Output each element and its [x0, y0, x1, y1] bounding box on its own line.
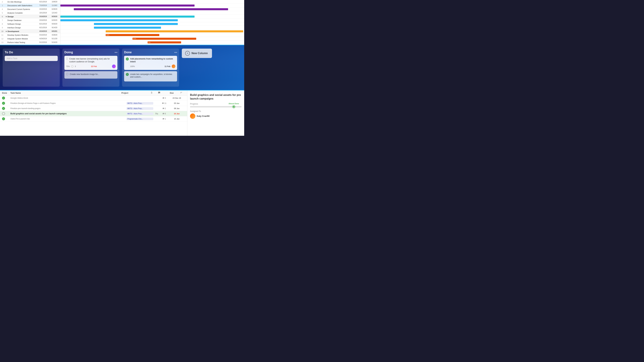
card1-progress: 75%	[66, 65, 70, 67]
kanban-section: To Do Add a Task Doing ••• Create new ba…	[0, 45, 244, 90]
new-column-button[interactable]: + New Column	[182, 49, 212, 58]
task-name-1: Finalize Design of Home Page + all Featu…	[10, 102, 126, 104]
gantt-bar-2	[74, 8, 228, 10]
gantt-bar-row-1	[60, 4, 244, 7]
card1-comment-icon	[71, 65, 74, 67]
task-rows: ✓ Google Slides Deck 3 24 Dec 18 ✓ Final…	[0, 95, 187, 121]
gantt-row-num: 4	[0, 8, 5, 10]
task-project-4: Programmatic-Cho...	[126, 118, 153, 120]
gantt-bar-row-0	[60, 0, 244, 4]
done-menu-icon[interactable]: •••	[174, 51, 177, 54]
detail-assigned-label: Assigned To	[190, 110, 242, 112]
gantt-row-end: 11/18/2	[49, 4, 60, 6]
task-due-4: 15 Jan	[168, 118, 185, 120]
card3-due: 11 Feb	[164, 65, 170, 67]
tasklist-main: Done Task Name Project Due ✓ Google Slid…	[0, 90, 187, 136]
task-comment-4: 1	[160, 118, 168, 120]
gantt-row-num: 8	[0, 23, 5, 25]
task-name-0: Google Slides Deck	[10, 97, 126, 99]
gantt-row-3: 5 Analysis Complete 10/1/2019 12/14/2	[0, 11, 60, 15]
kanban-col-done: Done ••• ✓ Add placements from remarketi…	[122, 49, 179, 87]
kanban-card-2[interactable]: Create new facebook image for...	[64, 71, 118, 79]
task-row-0[interactable]: ✓ Google Slides Deck 3 24 Dec 18	[0, 95, 187, 101]
th-filter[interactable]	[180, 91, 185, 94]
gantt-row-name: Design Database	[5, 19, 38, 21]
card1-progress-circle	[66, 57, 68, 60]
gantt-row-name: Discussions with Stakeholders	[5, 4, 38, 6]
gantt-row-start: 6/21/2019	[38, 1, 49, 3]
gantt-row-1: 3 Discussions with Stakeholders 7/10/201…	[0, 4, 60, 7]
task-check-2[interactable]: ✓	[2, 107, 5, 110]
gantt-row-start: 6/21/2019	[38, 23, 49, 25]
task-row-1[interactable]: ✓ Finalize Design of Home Page + all Fea…	[0, 101, 187, 106]
doing-menu-icon[interactable]: •••	[114, 51, 118, 54]
card2-title: Create new facebook image for...	[70, 73, 99, 76]
progress-dot	[232, 106, 235, 108]
kanban-col-doing-header: Doing	[64, 51, 73, 54]
card1-avatar	[112, 64, 116, 68]
gantt-bar-row-2	[60, 7, 244, 11]
task-comment-1: 11	[160, 102, 168, 104]
detail-progress-fill	[190, 106, 234, 107]
task-row-2[interactable]: ✓ Finalize pre-launch landing pages MKTG…	[0, 106, 187, 111]
kanban-card-1[interactable]: Create new banner (remarketing size) ads…	[64, 56, 118, 70]
task-attach-3: 6	[153, 113, 160, 115]
gantt-row-num: 11	[0, 34, 5, 36]
gantt-row-end: 9/30/20	[49, 15, 60, 17]
detail-progress-bar: Almost Done	[190, 106, 242, 107]
detail-assigned: Katy Cranfill	[190, 113, 242, 119]
gantt-row-num: 12	[0, 38, 5, 40]
tasklist-header: Done Task Name Project Due	[0, 90, 187, 95]
gantt-row-end: 5/16/20	[49, 41, 60, 43]
bar-label-11: 5%	[148, 41, 150, 43]
task-check-3[interactable]	[2, 112, 5, 115]
gantt-row-start: 3/10/2019	[38, 8, 49, 10]
kanban-card-4[interactable]: ✓ create two campaigns for acquisition, …	[124, 71, 177, 82]
gantt-row-num: 7	[0, 19, 5, 21]
gantt-row-end: 4/28/20	[49, 34, 60, 36]
gantt-bar-7	[94, 27, 161, 29]
th-comment	[155, 91, 163, 94]
gantt-row-end: 6/5/201	[49, 30, 60, 32]
task-due-1: 03 Jan	[168, 102, 185, 104]
task-row-4[interactable]: ✓ Astro Pre Launch Ads Programmatic-Cho.…	[0, 116, 187, 121]
tasklist-section: Done Task Name Project Due ✓ Google Slid…	[0, 90, 244, 136]
gantt-row-7: 9 Interface Design 6/21/2019 9/14/20	[0, 26, 60, 29]
card2-progress-circle	[66, 73, 68, 75]
new-column-plus-icon: +	[185, 51, 190, 56]
task-due-0: 24 Dec 18	[168, 97, 185, 99]
gantt-row-name: Analysis Complete	[5, 12, 38, 14]
gantt-row-name: On-Site Meetings	[5, 1, 38, 3]
task-due-3: 16 Jan	[168, 113, 185, 115]
detail-title: Build graphics and social assets for pre…	[190, 93, 242, 101]
gantt-bar-8	[106, 30, 243, 32]
kanban-card-3[interactable]: ✓ Add placements from remarketing to cus…	[124, 56, 177, 70]
task-name-2: Finalize pre-launch landing pages	[10, 107, 126, 110]
gantt-table: 2 On-Site Meetings 6/21/2019 10/8/20 3 D…	[0, 0, 60, 45]
card1-comments: 3	[75, 65, 76, 67]
gantt-row-num: 10	[0, 30, 5, 32]
gantt-row-9: 11 Develop System Modules 4/16/2019 4/28…	[0, 33, 60, 37]
task-comment-2: 2	[160, 107, 168, 109]
gantt-bar-5	[60, 19, 178, 21]
task-name-4: Astro Pre Launch Ads	[10, 118, 126, 120]
gantt-row-0: 2 On-Site Meetings 6/21/2019 10/8/20	[0, 0, 60, 4]
gantt-bar-row-9: 54%	[60, 33, 244, 37]
task-row-3[interactable]: Build graphics and social assets for pre…	[0, 111, 187, 116]
task-check-0[interactable]: ✓	[2, 96, 5, 99]
gantt-bars: 54%61%5%	[60, 0, 244, 45]
bar-label-10: 61%	[132, 38, 136, 39]
project-badge-3: MKTG - Astro Prep...	[126, 112, 153, 115]
gantt-bar-10: 61%	[132, 38, 196, 40]
gantt-bar-9: 54%	[106, 34, 159, 36]
assigned-name: Katy Cranfill	[197, 115, 210, 117]
card3-check: ✓	[126, 57, 129, 60]
gantt-row-num: 3	[0, 4, 5, 6]
gantt-row-end: 6/20/20	[49, 19, 60, 21]
new-column-label: New Column	[192, 52, 208, 55]
gantt-row-name: ▼Development	[5, 30, 38, 32]
gantt-row-start: 4/16/2019	[38, 34, 49, 36]
add-task-input[interactable]: Add a Task	[5, 56, 58, 61]
task-check-1[interactable]: ✓	[2, 102, 5, 105]
task-check-4[interactable]: ✓	[2, 117, 5, 120]
